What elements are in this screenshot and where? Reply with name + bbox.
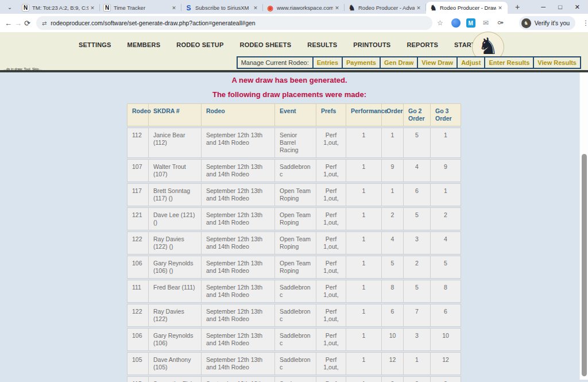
maximize-button[interactable]: □ (558, 3, 562, 10)
table-cell: Ray Davies (122) () (149, 231, 202, 254)
table-row: 121Dave Lee (121) ()September 12th 13th … (127, 207, 461, 230)
table-cell: Saddlebronc (275, 159, 316, 182)
table-cell: Perf 1,out, (316, 159, 346, 182)
reload-button[interactable]: ⟳ (24, 16, 30, 30)
table-cell: September 12th 13th and 14th Rodeo (202, 128, 275, 158)
table-cell: 5 (404, 128, 431, 158)
table-cell: 1 (346, 352, 382, 375)
column-header: Prefs (316, 103, 346, 126)
table-cell: 1 (346, 207, 382, 230)
horse-logo-icon: ♞ (478, 34, 498, 57)
page-scrollbar-thumb[interactable] (582, 154, 587, 376)
browser-tab[interactable]: NTM: Tot:23 A:2, B:9, C:9, D:✕ (18, 2, 100, 14)
table-cell: 1 (346, 159, 382, 182)
menu-item-reports[interactable]: REPORTS (407, 41, 438, 48)
table-cell: Dave Anthony (105) (149, 352, 202, 375)
table-row: 122Ray Davies (122) ()September 12th 13t… (127, 231, 461, 254)
table-row: 122Ray Davies (122)September 12th 13th a… (127, 304, 461, 327)
tab-close-icon[interactable]: ✕ (333, 4, 341, 12)
new-tab-button[interactable]: + (511, 1, 524, 13)
browser-tab[interactable]: SSubscribe to SiriusXM✕ (181, 2, 263, 14)
manage-button-entries[interactable]: Entries (312, 56, 343, 69)
table-row: 105Dave Anthony (105)September 12th 13th… (127, 352, 461, 375)
profile-verify-button[interactable]: ♞ Verify it's you (519, 16, 576, 30)
table-cell: September 12th 13th and 14th Rodeo (202, 183, 275, 206)
table-cell: 10 (431, 328, 461, 351)
extension-blue-orb-icon[interactable] (451, 18, 461, 28)
table-cell: 111 (127, 280, 149, 303)
tab-title: Rodeo Producer - Advance (358, 5, 415, 11)
table-cell: 6 (404, 183, 431, 206)
table-cell: Saddlebronc (275, 304, 316, 327)
table-cell: Perf 1,out, (316, 207, 346, 230)
table-cell: 1 (382, 183, 404, 206)
table-cell: Gary Reynolds (106) (149, 328, 202, 351)
table-cell: 3 (431, 376, 461, 382)
manage-button-view-results[interactable]: View Results (533, 56, 581, 69)
table-cell: 6 (431, 304, 461, 327)
browser-tab-strip: ⌄ NTM: Tot:23 A:2, B:9, C:9, D:✕NTime Tr… (0, 0, 588, 14)
tab-search-chevron-icon[interactable]: ⌄ (3, 1, 16, 13)
table-cell: Perf 1,out, (316, 231, 346, 254)
browser-tab[interactable]: NTime Tracker✕ (100, 2, 181, 14)
table-cell: Perf 1,out, (316, 328, 346, 351)
table-cell: Saddlebronc (275, 280, 316, 303)
ria-icon: ◉ (266, 4, 274, 11)
back-button[interactable]: ← (5, 16, 12, 30)
draw-generated-heading: A new draw has been generated. (0, 76, 579, 84)
table-cell: September 12th 13th and 14th Rodeo (202, 352, 275, 375)
forward-button[interactable]: → (14, 16, 22, 30)
table-cell: 1 (431, 183, 461, 206)
tab-close-icon[interactable]: ✕ (170, 4, 178, 12)
menu-item-settings[interactable]: SETTINGS (79, 41, 111, 48)
chrome-menu-icon[interactable]: ⋮ (582, 19, 588, 27)
horse-icon: ♞ (430, 4, 437, 11)
menu-item-rodeo-setup[interactable]: RODEO SETUP (176, 41, 223, 48)
table-cell: 8 (382, 280, 404, 303)
browser-tab[interactable]: ♞Rodeo Producer - Draw Ge✕ (426, 2, 508, 14)
manage-button-adjust[interactable]: Adjust (457, 56, 485, 69)
table-cell: Brett Sonntag (117) () (149, 183, 202, 206)
table-cell: 1 (346, 328, 382, 351)
browser-tab[interactable]: ♞Rodeo Producer - Advance✕ (345, 2, 426, 14)
minimize-button[interactable]: ─ (541, 3, 546, 10)
page-scrollbar[interactable] (579, 72, 588, 380)
table-cell: 8 (431, 280, 461, 303)
extensions-puzzle-icon[interactable]: ⚩ (496, 18, 505, 28)
manage-button-enter-results[interactable]: Enter Results (484, 56, 534, 69)
manage-button-gen-draw[interactable]: Gen Draw (380, 56, 418, 69)
menu-item-printouts[interactable]: PRINTOUTS (353, 41, 390, 48)
column-header: Performance (346, 103, 382, 126)
table-cell: 12 (431, 352, 461, 375)
manage-button-payments[interactable]: Payments (342, 56, 381, 69)
menu-item-results[interactable]: RESULTS (307, 41, 337, 48)
table-cell: Dave Lee (121) () (149, 207, 202, 230)
address-bar[interactable]: ⇄ rodeoproducer.com/software/set-generat… (36, 16, 432, 30)
table-cell: 106 (127, 256, 149, 279)
table-header-row: RodeoSKDRA #RodeoEventPrefsPerformanceOr… (127, 103, 461, 126)
tab-close-icon[interactable]: ✕ (88, 4, 96, 12)
tab-close-icon[interactable]: ✕ (252, 4, 260, 12)
extension-m-icon[interactable]: M (466, 18, 475, 28)
table-cell: 1 (382, 128, 404, 158)
table-cell: 121 (127, 207, 149, 230)
manage-button-view-draw[interactable]: View Draw (417, 56, 458, 69)
table-cell: 6 (382, 304, 404, 327)
table-cell: 10 (382, 328, 404, 351)
browser-tab[interactable]: ◉www.riaworkspace.com: O✕ (263, 2, 345, 14)
menu-item-members[interactable]: MEMBERS (127, 41, 161, 48)
table-row: 106Gary Reynolds (106)September 12th 13t… (127, 328, 461, 351)
extension-document-icon[interactable]: ✉ (481, 18, 490, 28)
bookmark-star-icon[interactable]: ☆ (437, 19, 443, 27)
url-text[interactable]: rodeoproducer.com/software/set-generate-… (51, 20, 427, 26)
table-cell: Senior Barrel Racing (275, 376, 316, 382)
draw-placements-heading: The following draw placements were made: (0, 90, 579, 99)
tab-close-icon[interactable]: ✕ (496, 4, 504, 12)
menu-item-rodeo-sheets[interactable]: RODEO SHEETS (240, 41, 292, 48)
tab-close-icon[interactable]: ✕ (415, 4, 423, 12)
table-cell: September 12th 13th and 14th Rodeo (202, 328, 275, 351)
table-cell: 4 (382, 231, 404, 254)
table-cell: 2 (404, 256, 431, 279)
site-info-icon[interactable]: ⇄ (42, 20, 46, 26)
close-button[interactable]: ✕ (575, 3, 580, 11)
